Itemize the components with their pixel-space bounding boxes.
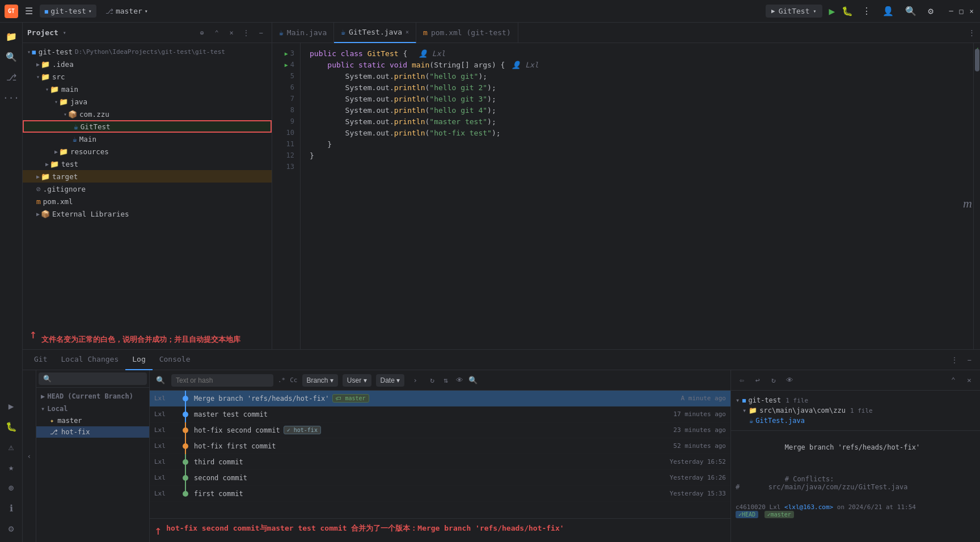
editor-tabs-more[interactable]: ⋮	[964, 28, 980, 37]
sidebar-icon-more[interactable]: ···	[2, 88, 20, 107]
panel-action-close[interactable]: ×	[225, 27, 238, 39]
git-log-search-icon[interactable]: 🔍	[154, 374, 167, 387]
tree-item-pomxml[interactable]: m pom.xml	[23, 195, 272, 208]
git-branch-filter[interactable]: Branch ▾	[302, 374, 338, 387]
code-lines[interactable]: public class GitTest { 👤 Lxl public stat…	[301, 43, 973, 349]
log-author-5: Lxl	[154, 474, 177, 481]
tab-pom-xml[interactable]: m pom.xml (git-test)	[416, 23, 518, 43]
tab-gittest-java[interactable]: ☕ GitTest.java ×	[334, 23, 416, 43]
sidebar-icon-files[interactable]: 📁	[2, 27, 20, 45]
debug-button[interactable]: 🐛	[842, 6, 853, 16]
branch-head-header[interactable]: ▶ HEAD (Current Branch)	[36, 390, 149, 403]
run-button[interactable]: ▶	[829, 5, 835, 17]
tree-item-mainjava[interactable]: ☕ Main	[23, 133, 272, 145]
tree-item-gittest[interactable]: ☕ GitTest	[23, 120, 272, 133]
bottom-tab-minimize[interactable]: −	[963, 354, 975, 366]
menu-icon[interactable]: ☰	[23, 3, 35, 19]
detail-close-icon[interactable]: ×	[963, 374, 975, 387]
tree-item-test[interactable]: ▶ 📁 test	[23, 158, 272, 170]
tree-item-root[interactable]: ▾ ◼ git-test D:\Python\IdeaProjects\git-…	[23, 45, 272, 58]
sidebar-icon-info[interactable]: ℹ	[2, 499, 20, 517]
run-config[interactable]: ▶ GitTest ▾	[766, 5, 822, 18]
maximize-button[interactable]: □	[957, 7, 965, 15]
scroll-thumb[interactable]	[975, 49, 979, 71]
run-gutter-3[interactable]: ▶	[285, 50, 288, 57]
tree-item-java[interactable]: ▾ 📁 java	[23, 95, 272, 108]
details-tree-root[interactable]: ▾ ◼ git-test 1 file	[736, 395, 975, 405]
settings-icon[interactable]: ⚙	[926, 3, 936, 19]
sidebar-icon-run[interactable]: ▶	[2, 397, 20, 415]
tab-log[interactable]: Log	[125, 350, 152, 370]
commit-email: <lxl@163.com>	[784, 503, 833, 511]
detail-redo-icon[interactable]: ↻	[767, 374, 780, 387]
panel-action-gear[interactable]: ⋮	[240, 27, 252, 39]
branch-icon-hotfix: ⎇	[50, 428, 58, 436]
sidebar-icon-search[interactable]: 🔍	[2, 48, 20, 66]
git-date-filter[interactable]: Date ▾	[376, 374, 405, 387]
editor-right-scrollbar[interactable]: ✓	[973, 43, 980, 349]
search-icon[interactable]: 🔍	[903, 3, 919, 19]
bottom-tab-more[interactable]: ⋮	[948, 354, 961, 366]
detail-undo-icon[interactable]: ↩	[751, 374, 764, 387]
panel-action-navigate[interactable]: ⊕	[196, 27, 208, 39]
git-eye-icon[interactable]: 👁	[453, 374, 466, 387]
git-log-row-1[interactable]: Lxl master test commit 17 minutes ago	[150, 406, 730, 422]
git-refresh-icon[interactable]: ↻	[426, 374, 438, 387]
tab-local-changes[interactable]: Local Changes	[54, 350, 125, 370]
tree-item-gitignore[interactable]: ⊘ .gitignore	[23, 183, 272, 195]
branch-search-input[interactable]	[39, 372, 147, 385]
details-tree-file[interactable]: ☕ GitTest.java	[736, 416, 975, 426]
branch-local-header[interactable]: ▾ Local	[36, 403, 149, 415]
panel-action-minimize[interactable]: −	[255, 27, 267, 39]
git-fetch-icon[interactable]: ⇅	[440, 374, 452, 387]
git-log-row-6[interactable]: Lxl first commit Yesterday 15:33	[150, 486, 730, 502]
sidebar-icon-notifications[interactable]: ⚠	[2, 438, 20, 456]
profile-icon[interactable]: 👤	[880, 3, 896, 19]
sidebar-icon-settings2[interactable]: ⚙	[2, 519, 20, 537]
git-search2-icon[interactable]: 🔍	[467, 374, 479, 387]
git-log-row-3[interactable]: Lxl hot-fix first commit 52 minutes ag	[150, 438, 730, 454]
tree-item-src[interactable]: ▾ 📁 src	[23, 70, 272, 83]
tree-item-target[interactable]: ▶ 📁 target	[23, 170, 272, 183]
panel-action-collapse[interactable]: ⌃	[210, 27, 223, 39]
git-case-btn[interactable]: Cc	[290, 376, 297, 384]
git-log-row-0[interactable]: Lxl Merge branch 'refs/heads/hot-fix' 🏷 …	[150, 391, 730, 406]
detail-eye-icon[interactable]: 👁	[783, 374, 796, 387]
more-options-icon[interactable]: ⋮	[860, 3, 873, 19]
git-log-row-4[interactable]: Lxl third commit Yesterday 16:52	[150, 454, 730, 470]
tree-item-main[interactable]: ▾ 📁 main	[23, 83, 272, 95]
run-gutter-4[interactable]: ▶	[285, 62, 288, 68]
close-button[interactable]: ×	[968, 7, 975, 15]
detail-expand-icon[interactable]: ⇦	[736, 374, 748, 387]
tab-close-gittest[interactable]: ×	[405, 29, 409, 35]
git-log-nav-right[interactable]: ›	[409, 374, 421, 387]
project-dropdown[interactable]: ◼ git-test ▾	[40, 5, 96, 18]
tree-item-resources[interactable]: ▶ 📁 resources	[23, 145, 272, 158]
tree-item-external[interactable]: ▶ 📦 External Libraries	[23, 208, 272, 220]
git-regex-btn[interactable]: .*	[278, 376, 285, 384]
tab-console[interactable]: Console	[153, 350, 197, 370]
branch-item-master[interactable]: ✦ master	[36, 415, 149, 426]
tree-item-idea[interactable]: ▶ 📁 .idea	[23, 58, 272, 70]
sidebar-icon-star[interactable]: ★	[2, 458, 20, 476]
tab-git[interactable]: Git	[27, 350, 54, 370]
tree-item-comzzu[interactable]: ▾ 📦 com.zzu	[23, 108, 272, 120]
sidebar-icon-debug[interactable]: 🐛	[2, 417, 20, 435]
git-log-row-5[interactable]: Lxl second commit Yesterday 16:26	[150, 470, 730, 486]
tab-main-java[interactable]: ☕ Main.java	[272, 23, 334, 43]
tree-label-test: test	[61, 160, 78, 168]
branch-item-hotfix[interactable]: ⎇ hot-fix	[36, 426, 149, 438]
titlebar: GT ☰ ◼ git-test ▾ ⎇ master ▾ ▶ GitTest ▾…	[0, 0, 980, 23]
minimize-button[interactable]: ─	[947, 7, 955, 15]
branch-dropdown[interactable]: ⎇ master ▾	[101, 5, 153, 18]
git-log-row-2[interactable]: Lxl hot-fix second commit ✓ hot-fix	[150, 422, 730, 438]
git-user-filter[interactable]: User ▾	[343, 374, 371, 387]
git-collapse-btn[interactable]: ‹	[23, 370, 36, 542]
sidebar-icon-plugins[interactable]: ⊕	[2, 479, 20, 497]
details-tree-folder[interactable]: ▾ 📁 src\main\java\com\zzu 1 file	[736, 405, 975, 416]
git-filter-input[interactable]	[171, 374, 273, 387]
line-num-3: ▶ 3	[272, 48, 300, 59]
sidebar-icon-git[interactable]: ⎇	[2, 68, 20, 86]
detail-expand-up-icon[interactable]: ⌃	[947, 374, 960, 387]
svg-point-7	[183, 443, 188, 449]
